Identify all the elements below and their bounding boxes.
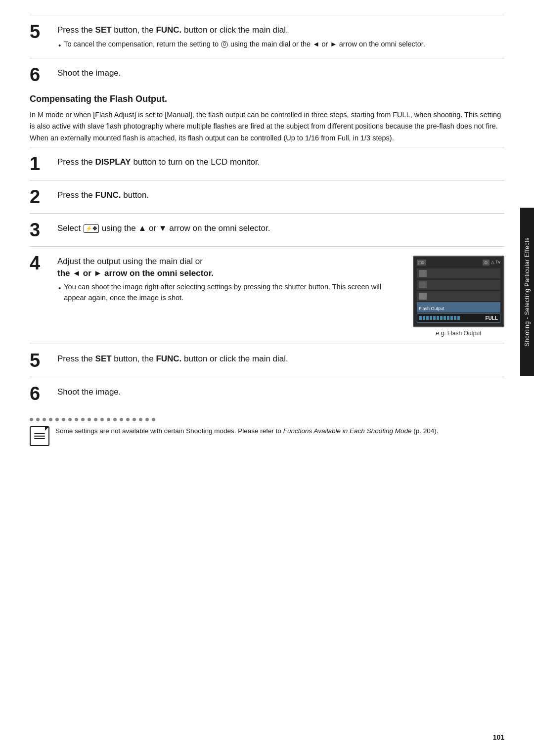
step-3: 3 Select ⚡✥ using the ▲ or ▼ arrow on th… <box>30 213 504 246</box>
step-1: 1 Press the DISPLAY button to turn on th… <box>30 147 504 180</box>
bar-seg-9 <box>447 316 449 320</box>
dot-11 <box>94 418 97 421</box>
step-6-bottom-main: Shoot the image. <box>57 386 504 398</box>
step-4-main: Adjust the output using the main dial or… <box>57 256 405 279</box>
bar-seg-3 <box>426 316 429 320</box>
bar-seg-4 <box>430 316 432 320</box>
zero-icon: 0 <box>221 41 228 48</box>
section-block: Compensating the Flash Output. In M mode… <box>30 94 504 144</box>
dot-1 <box>30 418 33 421</box>
bar-seg-1 <box>419 316 422 320</box>
cam-row-1 <box>417 268 500 278</box>
note-line-1 <box>34 433 45 434</box>
step-number-5-top: 5 <box>30 22 55 41</box>
step-number-6-bottom: 6 <box>30 384 55 403</box>
cam-icon-1: □⊙ <box>417 260 426 266</box>
camera-rows <box>417 268 500 301</box>
dot-20 <box>152 418 155 421</box>
step-6-top: 6 Shoot the image. <box>30 58 504 91</box>
step-4-sub: • You can shoot the image right after se… <box>57 282 405 304</box>
bullet-item: • To cancel the compensation, return the… <box>58 39 504 51</box>
cam-row-icon-1 <box>419 270 427 277</box>
step-5-top-sub: • To cancel the compensation, return the… <box>57 39 504 51</box>
bullet-dot: • <box>58 40 61 51</box>
camera-top-left: □⊙ <box>417 260 426 266</box>
bullet-text: To cancel the compensation, return the s… <box>64 39 425 50</box>
note-icon <box>30 426 49 446</box>
dot-9 <box>81 418 85 421</box>
step-6-bottom: 6 Shoot the image. <box>30 377 504 410</box>
bar-seg-12 <box>457 316 460 320</box>
bar-seg-2 <box>423 316 425 320</box>
step-5-bottom-main: Press the SET button, the FUNC. button o… <box>57 353 504 365</box>
dot-10 <box>88 418 91 421</box>
section-body: In M mode or when [Flash Adjust] is set … <box>30 109 504 144</box>
flash-icon-box: ⚡✥ <box>84 224 99 233</box>
section-title: Compensating the Flash Output. <box>30 94 504 104</box>
dot-5 <box>55 418 59 421</box>
dot-13 <box>107 418 110 421</box>
dots-divider <box>30 418 504 421</box>
camera-full-text: FULL <box>485 315 498 321</box>
bar-seg-6 <box>437 316 439 320</box>
step-4-content-row: Adjust the output using the main dial or… <box>57 256 504 337</box>
camera-flash-label: Flash Output <box>419 306 445 311</box>
step-number-3: 3 <box>30 221 55 239</box>
step-6-top-content: Shoot the image. <box>55 67 504 79</box>
note-italic: Functions Available in Each Shooting Mod… <box>283 427 412 435</box>
camera-flash-row: Flash Output <box>417 302 500 312</box>
cam-row-2 <box>417 280 500 290</box>
camera-screen: □⊙ ⊙ △ Tv <box>413 256 504 327</box>
page-container: Shooting - Selecting Particular Effects … <box>0 0 534 756</box>
bar-seg-10 <box>450 316 453 320</box>
note-text-after: (p. 204). <box>411 427 438 435</box>
step-5-bottom-content: Press the SET button, the FUNC. button o… <box>55 353 504 365</box>
page-number: 101 <box>493 733 504 741</box>
dot-2 <box>36 418 40 421</box>
step-number-2: 2 <box>30 187 55 206</box>
cam-row-icon-2 <box>419 281 427 288</box>
step-5-top: 5 Press the SET button, the FUNC. button… <box>30 15 504 58</box>
dot-19 <box>145 418 149 421</box>
dot-7 <box>68 418 72 421</box>
note-text-before: Some settings are not available with cer… <box>55 427 283 435</box>
step-2-main: Press the FUNC. button. <box>57 189 504 201</box>
step-1-main: Press the DISPLAY button to turn on the … <box>57 156 504 168</box>
cam-icon-3: △ Tv <box>491 260 500 266</box>
step-number-5-bottom: 5 <box>30 351 55 370</box>
step-6-top-main: Shoot the image. <box>57 67 504 79</box>
note-icon-lines <box>34 433 45 439</box>
camera-caption: e.g. Flash Output <box>436 330 481 337</box>
dot-15 <box>120 418 123 421</box>
dot-14 <box>113 418 117 421</box>
step-1-content: Press the DISPLAY button to turn on the … <box>55 156 504 168</box>
dot-3 <box>43 418 46 421</box>
bar-seg-11 <box>454 316 456 320</box>
step-4: 4 Adjust the output using the main dial … <box>30 246 504 344</box>
note-text: Some settings are not available with cer… <box>55 426 504 437</box>
step-5-top-main: Press the SET button, the FUNC. button o… <box>57 24 504 36</box>
note-icon-corner <box>45 427 49 431</box>
step-6-bottom-content: Shoot the image. <box>55 386 504 398</box>
step-4-content: Adjust the output using the main dial or… <box>55 256 504 337</box>
step-4-text: Adjust the output using the main dial or… <box>57 256 405 304</box>
bullet-dot: • <box>58 283 61 294</box>
step-5-bottom: 5 Press the SET button, the FUNC. button… <box>30 344 504 377</box>
note-line-2 <box>34 436 45 437</box>
camera-output-bar <box>419 316 484 320</box>
note-line-3 <box>34 438 45 439</box>
step-number-6-top: 6 <box>30 65 55 84</box>
camera-screen-wrapper: □⊙ ⊙ △ Tv <box>413 256 504 337</box>
dot-18 <box>139 418 142 421</box>
dot-4 <box>49 418 52 421</box>
dot-17 <box>133 418 136 421</box>
cam-icon-2: ⊙ <box>483 260 490 266</box>
dot-8 <box>75 418 78 421</box>
bullet-item: • You can shoot the image right after se… <box>58 282 405 304</box>
bullet-text: You can shoot the image right after sele… <box>64 282 405 304</box>
camera-top-right: ⊙ △ Tv <box>483 260 500 266</box>
side-tab-label: Shooting - Selecting Particular Effects <box>524 237 531 347</box>
bar-seg-8 <box>444 316 446 320</box>
camera-output-row: FULL <box>417 313 500 323</box>
side-tab: Shooting - Selecting Particular Effects <box>520 208 534 376</box>
